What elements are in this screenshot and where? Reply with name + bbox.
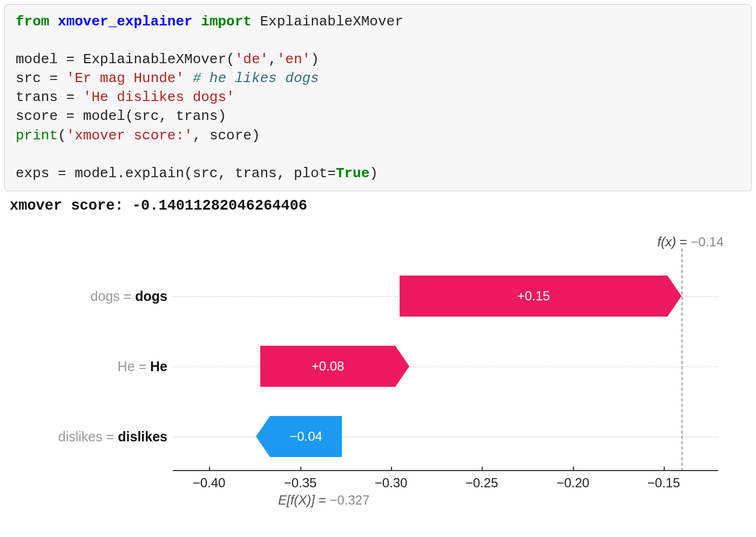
str-trans: 'He dislikes dogs' — [83, 89, 235, 105]
str-de: 'de' — [235, 51, 268, 68]
bar-value-dislikes: −0.04 — [289, 429, 322, 444]
module-name: xmover_explainer — [58, 14, 193, 30]
tick-label: −0.40 — [193, 475, 226, 491]
fx-vertical-line — [681, 249, 683, 471]
tick-label: −0.20 — [557, 475, 590, 491]
row-label-dogs: dogs = dogs — [11, 288, 167, 304]
str-en: 'en' — [277, 51, 310, 68]
gridline-row-2 — [173, 437, 718, 438]
gridline-row-1 — [173, 366, 718, 367]
stdout-output: xmover score: -0.14011282046264406 — [0, 191, 756, 214]
tick — [391, 467, 392, 471]
bar-he: +0.08 — [260, 346, 395, 387]
code-line-exps-lhs: exps = model.explain(src, trans, plot= — [16, 165, 336, 182]
arrow-he — [395, 346, 409, 387]
tick-label: −0.30 — [375, 475, 408, 491]
code-line-score: score = model(src, trans) — [16, 108, 226, 124]
kw-import: import — [201, 14, 252, 30]
comment-src: # he likes dogs — [184, 70, 319, 86]
bar-value-he: +0.08 — [312, 359, 345, 374]
row-label-he: He = He — [11, 359, 167, 374]
class-name: ExplainableXMover — [260, 14, 403, 30]
code-line-src-lhs: src = — [16, 70, 66, 86]
ef-label: E[f(X)] = −0.327 — [278, 493, 369, 508]
builtin-print: print — [16, 127, 58, 144]
tick — [209, 467, 210, 471]
tick-label: −0.15 — [647, 475, 680, 491]
tick-label: −0.25 — [465, 475, 498, 491]
tick — [300, 467, 301, 471]
code-line-model: model = ExplainableXMover( — [16, 51, 235, 68]
shap-waterfall-chart: f(x) = −0.14 dogs = dogs +0.15 He = He +… — [11, 230, 745, 533]
kw-from: from — [16, 14, 49, 30]
code-cell: from xmover_explainer import Explainable… — [4, 4, 752, 191]
bar-value-dogs: +0.15 — [517, 288, 550, 304]
x-axis: −0.40 −0.35 −0.30 −0.25 −0.20 −0.15 — [173, 470, 718, 471]
bool-true: True — [336, 165, 369, 182]
code-line-trans-lhs: trans = — [16, 89, 83, 105]
bar-dogs: +0.15 — [400, 276, 667, 317]
arrow-dislikes — [256, 416, 270, 457]
tick-label: −0.35 — [284, 475, 317, 491]
row-label-dislikes: dislikes = dislikes — [11, 429, 167, 445]
str-src: 'Er mag Hunde' — [66, 70, 184, 86]
arrow-dogs — [667, 276, 681, 317]
fx-label: f(x) = −0.14 — [657, 234, 724, 250]
str-print: 'xmover score:' — [66, 127, 193, 144]
tick — [573, 467, 574, 471]
tick — [482, 467, 483, 471]
tick — [664, 467, 665, 471]
bar-dislikes: −0.04 — [270, 416, 342, 457]
